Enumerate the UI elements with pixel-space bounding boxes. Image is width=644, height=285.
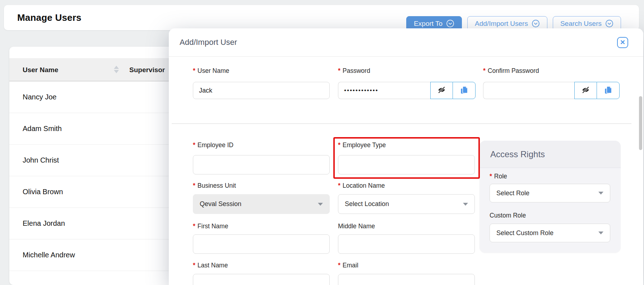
employee-type-input[interactable]	[338, 155, 475, 174]
first-name-label: *First Name	[193, 223, 228, 230]
middle-name-label: Middle Name	[338, 223, 375, 230]
required-marker: *	[193, 67, 195, 74]
toggle-password-visibility-button[interactable]	[430, 82, 453, 99]
add-import-user-modal: Add/Import User ✕ *User Name *Password *…	[169, 28, 643, 285]
first-name-input[interactable]	[193, 234, 330, 254]
middle-name-input[interactable]	[338, 234, 475, 254]
copy-icon	[603, 85, 613, 96]
sort-desc-icon	[114, 70, 119, 73]
modal-header: Add/Import User	[169, 28, 643, 57]
custom-role-select[interactable]: Select Custom Role	[490, 224, 610, 242]
required-marker: *	[193, 141, 195, 149]
page-header: Manage Users Export To Add/Import Users	[4, 5, 639, 30]
search-users-label: Search Users	[560, 20, 602, 28]
employee-id-label: *Employee ID	[193, 141, 233, 149]
required-marker: *	[490, 173, 492, 180]
chevron-down-circle-icon	[532, 19, 540, 28]
location-name-select[interactable]: Select Location	[338, 194, 475, 214]
required-marker: *	[338, 141, 340, 149]
sort-icon[interactable]	[114, 66, 119, 74]
toggle-confirm-password-visibility-button[interactable]	[574, 82, 597, 99]
confirm-password-field-group	[483, 82, 620, 99]
copy-password-button[interactable]	[453, 82, 476, 99]
required-marker: *	[338, 182, 340, 189]
employee-type-label: *Employee Type	[338, 141, 386, 149]
eye-off-icon	[581, 85, 590, 96]
chevron-down-icon	[463, 203, 468, 206]
custom-role-value: Select Custom Role	[496, 229, 553, 237]
access-rights-header: Access Rights	[479, 141, 621, 168]
add-import-users-label: Add/Import Users	[475, 20, 528, 28]
page-title: Manage Users	[17, 5, 82, 30]
user-name-label: *User Name	[193, 67, 229, 75]
chevron-down-circle-icon	[446, 19, 454, 28]
modal-title: Add/Import User	[180, 38, 237, 47]
chevron-down-circle-icon	[605, 19, 613, 28]
copy-icon	[459, 85, 469, 96]
confirm-password-input[interactable]	[483, 82, 574, 99]
location-name-value: Select Location	[345, 200, 389, 208]
role-select[interactable]: Select Role	[490, 184, 610, 202]
password-label: *Password	[338, 67, 370, 75]
required-marker: *	[338, 67, 340, 74]
confirm-password-label: *Confirm Password	[483, 67, 539, 75]
required-marker: *	[193, 223, 195, 230]
password-input[interactable]	[338, 82, 430, 99]
last-name-label: *Last Name	[193, 262, 228, 269]
required-marker: *	[193, 262, 195, 269]
role-label: *Role	[490, 173, 507, 180]
email-input[interactable]	[338, 274, 475, 285]
access-rights-title: Access Rights	[490, 149, 545, 159]
user-name-input[interactable]	[193, 82, 330, 99]
location-name-label: *Location Name	[338, 182, 385, 190]
role-value: Select Role	[496, 190, 529, 197]
chevron-down-icon	[318, 203, 323, 206]
column-header-user-name[interactable]: User Name	[23, 58, 58, 81]
chevron-down-icon	[598, 192, 603, 195]
eye-off-icon	[437, 85, 446, 96]
business-unit-label: *Business Unit	[193, 182, 236, 190]
column-header-supervisor: Supervisor	[129, 58, 165, 81]
custom-role-label: Custom Role	[490, 212, 526, 219]
required-marker: *	[193, 182, 195, 189]
sort-asc-icon	[114, 66, 119, 69]
close-icon[interactable]: ✕	[617, 37, 628, 48]
export-to-label: Export To	[414, 20, 443, 28]
section-divider	[172, 123, 631, 124]
required-marker: *	[338, 262, 340, 269]
password-field-group	[338, 82, 476, 99]
last-name-input[interactable]	[193, 274, 330, 285]
business-unit-value: Qeval Session	[200, 200, 241, 208]
email-label: *Email	[338, 262, 358, 269]
access-rights-panel: Access Rights *Role Select Role Custom R…	[479, 141, 621, 253]
required-marker: *	[483, 67, 486, 74]
chevron-down-icon	[598, 232, 603, 234]
modal-scrollbar[interactable]	[639, 96, 642, 150]
copy-confirm-password-button[interactable]	[597, 82, 620, 99]
page: Manage Users Export To Add/Import Users	[0, 0, 644, 285]
business-unit-select[interactable]: Qeval Session	[193, 194, 330, 214]
employee-id-input[interactable]	[193, 155, 330, 174]
